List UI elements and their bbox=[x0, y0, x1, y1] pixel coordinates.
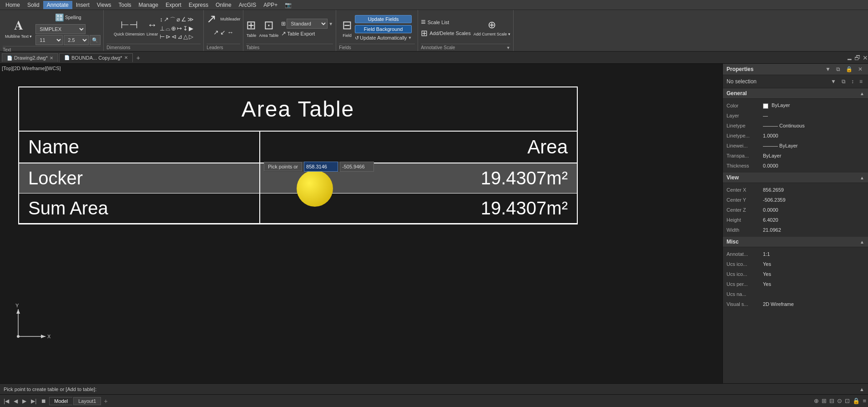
nav-next-btn[interactable]: ▶ bbox=[20, 397, 28, 405]
dim-icon-18[interactable]: ▷ bbox=[189, 33, 193, 40]
menu-home[interactable]: Home bbox=[2, 1, 24, 9]
prop-ucsna-row[interactable]: Ucs na... bbox=[723, 289, 868, 299]
scroll-up-btn[interactable]: ▲ bbox=[859, 387, 864, 392]
add-delete-scales-button[interactable]: ⊞ Add/Delete Scales bbox=[421, 28, 471, 38]
menu-camera[interactable]: 📷 bbox=[281, 1, 295, 9]
prop-color-row[interactable]: Color ByLayer bbox=[723, 101, 868, 111]
dim-icon-14[interactable]: ⊳ bbox=[166, 33, 171, 40]
dim-icon-4[interactable]: ⌀ bbox=[177, 16, 180, 24]
tab-layout1[interactable]: Layout1 bbox=[73, 397, 101, 405]
status-icon-3[interactable]: ⊟ bbox=[829, 397, 834, 404]
font-size2-select[interactable]: 2.5 bbox=[64, 35, 89, 45]
table-export-button[interactable]: ↗ Table Export bbox=[281, 30, 333, 37]
dim-icon-17[interactable]: △ bbox=[183, 33, 188, 40]
text-search-button[interactable]: 🔍 bbox=[90, 35, 101, 45]
field-button[interactable]: Field bbox=[343, 33, 352, 38]
tab-drawing2-close[interactable]: ✕ bbox=[50, 56, 53, 61]
add-tab-button[interactable]: + bbox=[134, 53, 143, 62]
dim-icon-7[interactable]: ⊥ bbox=[160, 25, 165, 32]
dim-icon-12[interactable]: ▶ bbox=[189, 25, 193, 32]
viewport-close-btn[interactable]: ✕ bbox=[863, 54, 868, 61]
table-dropdown-icon[interactable]: ▼ bbox=[328, 21, 333, 26]
table-button[interactable]: Table bbox=[247, 33, 257, 38]
menu-express[interactable]: Express bbox=[185, 1, 212, 9]
menu-online[interactable]: Online bbox=[212, 1, 235, 9]
prop-annotate-row[interactable]: Annotat... 1:1 bbox=[723, 249, 868, 259]
update-automatically-button[interactable]: ↺ Update Automatically ▼ bbox=[355, 35, 412, 41]
prop-linetypescale-row[interactable]: Linetype... 1.0000 bbox=[723, 131, 868, 141]
field-background-button[interactable]: Field Background bbox=[355, 25, 412, 33]
font-select[interactable]: SIMPLEX bbox=[35, 24, 86, 34]
tab-drawing2[interactable]: 📄 Drawing2.dwg* ✕ bbox=[2, 53, 58, 62]
add-layout-button[interactable]: + bbox=[102, 397, 109, 406]
linear-button[interactable]: Linear bbox=[146, 32, 158, 36]
prop-layer-row[interactable]: Layer — bbox=[723, 111, 868, 121]
nav-first-btn[interactable]: |◀ bbox=[2, 397, 11, 405]
prop-centerx-row[interactable]: Center X 856.2659 bbox=[723, 185, 868, 195]
spelling-button[interactable]: 🔠 Spelling bbox=[35, 12, 101, 23]
prop-thickness-row[interactable]: Thickness 0.0000 bbox=[723, 161, 868, 171]
prop-ucsiconon-row[interactable]: Ucs ico... Yes bbox=[723, 259, 868, 269]
menu-insert[interactable]: Insert bbox=[72, 1, 93, 9]
tab-boundary-close[interactable]: ✕ bbox=[124, 55, 128, 60]
menu-export[interactable]: Export bbox=[162, 1, 185, 9]
dim-icon-1[interactable]: ↕ bbox=[160, 16, 163, 24]
menu-appplus[interactable]: APP+ bbox=[260, 1, 281, 9]
coord-y-input[interactable] bbox=[340, 162, 374, 172]
prop-transparency-row[interactable]: Transpa... ByLayer bbox=[723, 151, 868, 161]
dim-icon-15[interactable]: ⊲ bbox=[172, 33, 177, 40]
dim-icon-5[interactable]: ∠ bbox=[181, 16, 187, 24]
general-section-header[interactable]: General ▲ bbox=[723, 88, 868, 99]
prop-width-row[interactable]: Width 21.0962 bbox=[723, 225, 868, 235]
multiline-text-button[interactable]: 𝐀 Multiline Text ▾ bbox=[3, 17, 34, 40]
leader-icon-2[interactable]: ↙ bbox=[220, 29, 226, 36]
tab-boundary-copy[interactable]: 📄 BOUNDA... Copy.dwg* ✕ bbox=[59, 53, 133, 62]
status-icon-2[interactable]: ⊞ bbox=[822, 397, 827, 404]
add-current-scale-button[interactable]: Add Current Scale ▾ bbox=[474, 32, 510, 36]
status-icon-4[interactable]: ⊙ bbox=[837, 397, 842, 404]
dim-icon-16[interactable]: ⊿ bbox=[177, 33, 182, 40]
dim-icon-2[interactable]: ↗ bbox=[164, 16, 169, 24]
drawing-area[interactable]: [Top][2D Wireframe][WCS] Area Table Name… bbox=[0, 64, 722, 383]
viewport-restore-btn[interactable]: 🗗 bbox=[854, 54, 861, 61]
leader-icon-3[interactable]: ↔ bbox=[227, 29, 233, 36]
status-icon-7[interactable]: ≡ bbox=[863, 397, 866, 404]
status-icon-5[interactable]: ⊡ bbox=[845, 397, 850, 404]
multileader-button[interactable]: Multileader bbox=[220, 17, 240, 21]
scale-list-button[interactable]: ≡ Scale List bbox=[421, 17, 471, 27]
prop-linetype-row[interactable]: Linetype ——— Continuous bbox=[723, 121, 868, 131]
view-section-header[interactable]: View ▲ bbox=[723, 173, 868, 183]
props-copy-icon[interactable]: ⧉ bbox=[834, 66, 842, 73]
update-fields-button[interactable]: Update Fields bbox=[355, 15, 412, 23]
misc-section-header[interactable]: Misc ▲ bbox=[723, 237, 868, 247]
menu-tools[interactable]: Tools bbox=[115, 1, 135, 9]
prop-visual-row[interactable]: Visual s... 2D Wireframe bbox=[723, 299, 868, 309]
props-lock-icon[interactable]: 🔒 bbox=[844, 66, 854, 73]
no-sel-select-icon[interactable]: ↕ bbox=[849, 78, 856, 85]
dim-icon-10[interactable]: ↦ bbox=[177, 25, 182, 32]
no-sel-list-icon[interactable]: ≡ bbox=[858, 78, 864, 85]
status-icon-1[interactable]: ⊕ bbox=[814, 397, 819, 404]
prop-ucsiconat-row[interactable]: Ucs ico... Yes bbox=[723, 269, 868, 279]
tab-model[interactable]: Model bbox=[49, 397, 72, 405]
menu-solid[interactable]: Solid bbox=[24, 1, 43, 9]
no-sel-dropdown-icon[interactable]: ▼ bbox=[829, 78, 838, 85]
menu-arcgis[interactable]: ArcGIS bbox=[235, 1, 260, 9]
coord-x-input[interactable] bbox=[304, 162, 338, 172]
dim-icon-11[interactable]: ↧ bbox=[183, 25, 188, 32]
menu-annotate[interactable]: Annotate bbox=[43, 1, 72, 9]
props-dropdown-icon[interactable]: ▼ bbox=[823, 66, 833, 73]
dim-icon-13[interactable]: ⊢ bbox=[160, 33, 165, 40]
dim-icon-6[interactable]: ≫ bbox=[187, 16, 194, 24]
nav-last-btn[interactable]: ▶| bbox=[29, 397, 38, 405]
dim-icon-3[interactable]: ⌒ bbox=[170, 16, 176, 24]
dim-icon-9[interactable]: ⊕ bbox=[171, 25, 176, 32]
prop-centery-row[interactable]: Center Y -506.2359 bbox=[723, 195, 868, 205]
menu-views[interactable]: Views bbox=[93, 1, 115, 9]
table-style-select[interactable]: Standard bbox=[287, 19, 328, 29]
viewport-minimize-btn[interactable]: 🗕 bbox=[846, 54, 853, 61]
prop-ucsper-row[interactable]: Ucs per... Yes bbox=[723, 279, 868, 289]
no-sel-copy-icon[interactable]: ⧉ bbox=[840, 78, 848, 85]
prop-height-row[interactable]: Height 6.4020 bbox=[723, 215, 868, 225]
prop-centerz-row[interactable]: Center Z 0.0000 bbox=[723, 205, 868, 215]
